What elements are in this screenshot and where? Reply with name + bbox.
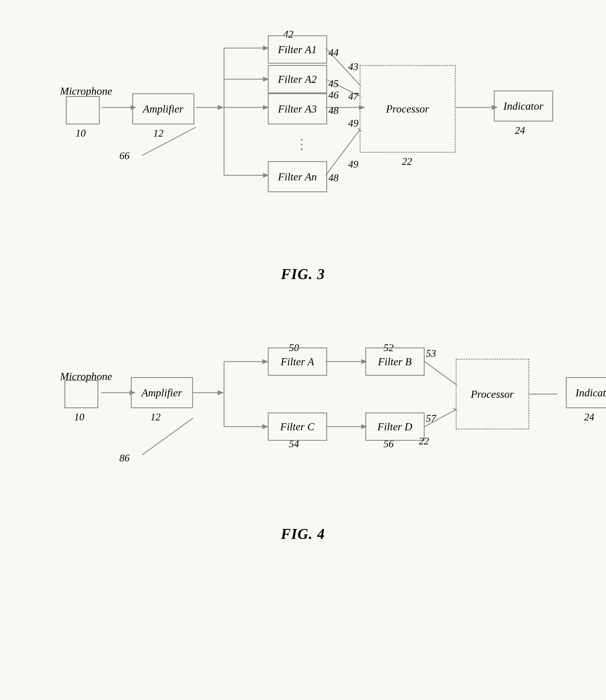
fig3-filterA3-box: Filter A3 [268, 93, 327, 125]
fig3-filterA2-arrow-lbl: 47 [348, 90, 358, 102]
fig3-microphone-num: 10 [76, 127, 86, 139]
fig4-section: Microphone 10 Amplifier 12 50 Filter A 5… [23, 305, 583, 542]
fig3-filterA2-box: Filter A2 [268, 65, 327, 93]
svg-line-23 [142, 127, 196, 156]
fig3-filterA1-out: 44 [329, 47, 339, 59]
fig4-filterB-arrow-lbl: 53 [426, 347, 436, 359]
fig3-label: FIG. 3 [281, 266, 325, 283]
fig3-indicator-box: Indicator [494, 90, 553, 121]
fig4-filterA-box: Filter A [268, 347, 327, 376]
fig4-microphone-box [64, 380, 98, 408]
svg-line-43 [142, 418, 193, 455]
fig3-processor-box: Processor [360, 65, 456, 153]
fig3-filterA2-out2: 46 [329, 89, 339, 101]
fig3-microphone-label: Microphone [60, 85, 112, 97]
fig3-amplifier-box: Amplifier [132, 93, 194, 125]
fig3-diagram: Microphone 10 Amplifier 12 42 Filter A1 … [49, 17, 557, 260]
fig3-filterAn-arrow-lbl: 49 [348, 158, 358, 170]
fig3-filterA3-out: 48 [329, 105, 339, 116]
fig4-amplifier-num: 12 [150, 411, 161, 423]
fig3-dots: ⋮ [295, 136, 309, 152]
fig3-filterAn-out: 48 [329, 172, 339, 184]
fig4-amplifier-box: Amplifier [131, 377, 193, 408]
fig3-ref66: 66 [119, 150, 130, 162]
fig4-filterC-box: Filter C [268, 412, 327, 441]
fig4-processor-num: 22 [419, 435, 429, 447]
fig4-processor-box: Processor [456, 359, 529, 429]
fig4-microphone-num: 10 [74, 411, 85, 423]
fig3-filterA2-out: 45 [329, 78, 339, 90]
fig3-indicator-num: 24 [515, 125, 525, 136]
fig3-section: Microphone 10 Amplifier 12 42 Filter A1 … [23, 17, 583, 283]
fig4-label: FIG. 4 [281, 525, 325, 542]
fig4-diagram: Microphone 10 Amplifier 12 50 Filter A 5… [49, 305, 557, 520]
fig3-filterAn-box: Filter An [268, 161, 327, 192]
fig4-filterD-arrow-lbl: 57 [426, 412, 436, 424]
fig3-processor-num: 22 [402, 156, 412, 167]
svg-line-37 [425, 362, 456, 384]
fig4-indicator-num: 24 [584, 411, 595, 423]
fig3-filterA1-box: Filter A1 [268, 35, 327, 64]
fig3-filterA1-arrow-lbl: 43 [348, 61, 358, 73]
page: Microphone 10 Amplifier 12 42 Filter A1 … [0, 0, 606, 700]
fig3-filterA3-arrow-lbl: 49 [348, 117, 358, 129]
fig4-filterD-box: Filter D [365, 412, 425, 441]
svg-marker-27 [218, 390, 224, 395]
fig4-filterB-box: Filter B [365, 347, 425, 376]
fig4-ref86: 86 [119, 452, 130, 464]
fig3-microphone-box [66, 96, 100, 125]
svg-marker-3 [218, 105, 224, 110]
svg-marker-30 [262, 359, 268, 364]
fig4-indicator-box: Indicator [566, 377, 606, 408]
fig3-amplifier-num: 12 [154, 127, 164, 139]
svg-marker-32 [262, 424, 268, 429]
